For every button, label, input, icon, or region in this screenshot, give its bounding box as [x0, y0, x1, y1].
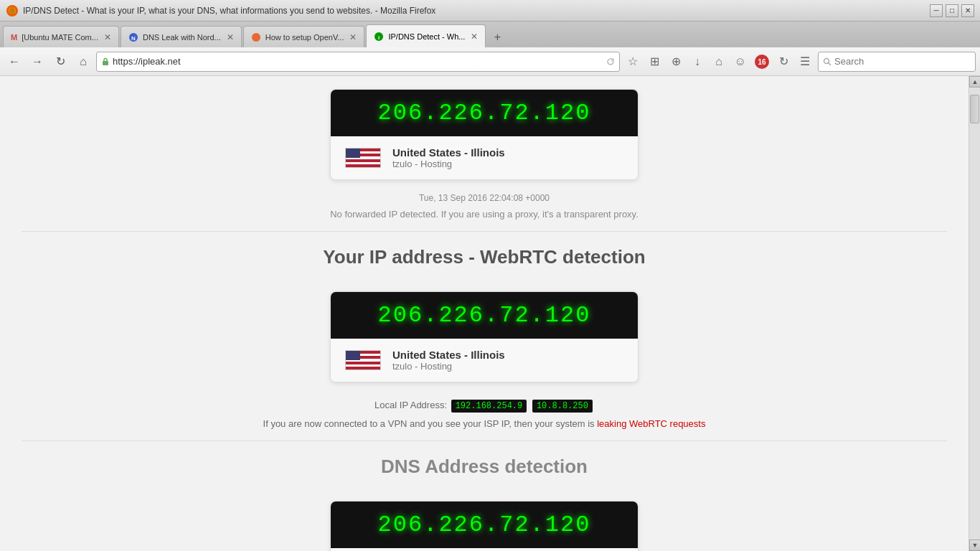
svg-text:16: 16: [758, 58, 766, 66]
dns-ip-display: 206.226.72.120: [331, 501, 638, 548]
search-icon: [823, 57, 831, 66]
local-ip-1: 192.168.254.9: [451, 400, 527, 413]
svg-point-10: [824, 58, 829, 63]
reading-list-icon[interactable]: ⊞: [644, 52, 664, 72]
dns-section: DNS Address detection 206.226.72.120: [0, 456, 969, 551]
webrtc-country: United States - Illinois: [392, 349, 623, 361]
menu-icon[interactable]: ☰: [795, 52, 815, 72]
search-input[interactable]: [834, 56, 971, 67]
webrtc-heading: Your IP address - WebRTC detection: [0, 246, 969, 268]
forward-button[interactable]: →: [27, 52, 47, 72]
tab-nordvpn-label: DNS Leak with Nord...: [143, 33, 221, 42]
webrtc-leak-link[interactable]: leaking WebRTC requests: [597, 418, 705, 429]
pocket-icon[interactable]: ⊕: [666, 52, 686, 72]
vpn-warning: If you are now connected to a VPN and yo…: [0, 418, 969, 429]
home-button[interactable]: ⌂: [73, 52, 93, 72]
refresh-small-icon: [606, 57, 615, 66]
reload-button[interactable]: ↻: [50, 52, 70, 72]
window-controls[interactable]: ─ □ ✕: [930, 4, 974, 17]
tab-ipleak-label: IP/DNS Detect - Wh...: [388, 32, 465, 41]
tab-bar: M [Ubuntu MATE Com... ✕ N DNS Leak with …: [0, 22, 980, 47]
local-ip-line: Local IP Address: 192.168.254.9 10.8.8.2…: [0, 400, 969, 413]
download-icon[interactable]: ↓: [687, 52, 707, 72]
navigation-bar: ← → ↻ ⌂ ☆ ⊞ ⊕ ↓ ⌂ ☺ 16 ↻ ☰: [0, 47, 980, 76]
scrollbar[interactable]: ▲ ▼: [969, 76, 980, 551]
top-ip-section: 206.226.72.120: [0, 76, 969, 187]
top-ip-address: 206.226.72.120: [345, 100, 623, 126]
svg-line-11: [829, 62, 831, 65]
new-tab-button[interactable]: +: [487, 27, 507, 47]
divider-1: [22, 231, 947, 232]
webrtc-ip-address: 206.226.72.120: [345, 302, 623, 329]
close-button[interactable]: ✕: [961, 4, 974, 17]
tab-openvpn[interactable]: How to setup OpenV... ✕: [243, 26, 365, 47]
title-bar: IP/DNS Detect - What is your IP, what is…: [0, 0, 980, 22]
top-flag: [345, 148, 381, 168]
tab-gmail[interactable]: M [Ubuntu MATE Com... ✕: [3, 26, 119, 47]
top-isp: tzulo - Hosting: [392, 159, 623, 169]
dns-ip-card: 206.226.72.120: [330, 501, 639, 551]
firefox-icon: [6, 4, 19, 17]
tab-gmail-label: [Ubuntu MATE Com...: [22, 33, 98, 42]
svg-point-4: [252, 33, 260, 42]
nordvpn-tab-icon: N: [128, 32, 138, 42]
dns-ip-address: 206.226.72.120: [345, 512, 623, 538]
no-forward-message: No forwarded IP detected. If you are usi…: [0, 209, 969, 220]
content-area: 206.226.72.120: [0, 76, 969, 551]
smiley-icon[interactable]: ☺: [730, 52, 750, 72]
divider-2: [22, 441, 947, 441]
tab-nordvpn[interactable]: N DNS Leak with Nord... ✕: [121, 26, 242, 47]
top-ip-info: United States - Illinois tzulo - Hosting: [331, 136, 638, 179]
maximize-button[interactable]: □: [946, 4, 958, 17]
url-input[interactable]: [113, 56, 603, 67]
scrollbar-track[interactable]: [969, 88, 980, 540]
dns-ip-info: United States - Illinois: [331, 548, 638, 551]
webrtc-location-info: United States - Illinois tzulo - Hosting: [392, 349, 623, 372]
scroll-down-button[interactable]: ▼: [969, 540, 980, 551]
home-nav-icon[interactable]: ⌂: [709, 52, 729, 72]
top-country: United States - Illinois: [392, 146, 623, 159]
address-bar[interactable]: [96, 52, 620, 72]
search-bar[interactable]: [818, 52, 976, 72]
top-ip-display: 206.226.72.120: [331, 90, 638, 136]
minimize-button[interactable]: ─: [930, 4, 943, 17]
svg-text:i: i: [378, 34, 380, 41]
lock-icon: [101, 57, 110, 66]
ipleak-tab-icon: i: [374, 32, 384, 42]
browser-body: 206.226.72.120: [0, 76, 980, 551]
scrollbar-thumb[interactable]: [970, 95, 979, 123]
local-ip-2: 10.8.8.250: [532, 400, 593, 413]
avatar-icon[interactable]: 16: [752, 52, 772, 72]
openvpn-tab-icon: [251, 32, 261, 42]
webrtc-ip-section: 206.226.72.120: [0, 280, 969, 394]
tab-ipleak-close[interactable]: ✕: [471, 32, 478, 42]
dns-heading: DNS Address detection: [0, 456, 969, 478]
webrtc-ip-info: United States - Illinois tzulo - Hosting: [331, 339, 638, 382]
vpn-warning-text: If you are now connected to a VPN and yo…: [263, 418, 595, 429]
webrtc-ip-display: 206.226.72.120: [331, 292, 638, 339]
tab-nordvpn-close[interactable]: ✕: [227, 32, 234, 42]
webrtc-flag: [345, 350, 381, 370]
tab-openvpn-label: How to setup OpenV...: [265, 33, 344, 42]
svg-text:N: N: [131, 35, 136, 42]
tab-ipleak[interactable]: i IP/DNS Detect - Wh... ✕: [366, 24, 486, 47]
page-content: 206.226.72.120: [0, 76, 969, 551]
toolbar-icons: ☆ ⊞ ⊕ ↓ ⌂ ☺ 16 ↻ ☰: [623, 52, 815, 72]
webrtc-isp: tzulo - Hosting: [392, 361, 623, 372]
window-title: IP/DNS Detect - What is your IP, what is…: [23, 6, 435, 16]
gmail-tab-icon: M: [11, 33, 17, 42]
top-location-info: United States - Illinois tzulo - Hosting: [392, 146, 623, 169]
star-icon[interactable]: ☆: [623, 52, 643, 72]
webrtc-ip-card: 206.226.72.120: [330, 291, 639, 382]
back-button[interactable]: ←: [4, 52, 24, 72]
tab-openvpn-close[interactable]: ✕: [349, 32, 357, 42]
webrtc-section: Your IP address - WebRTC detection 206.2…: [0, 246, 969, 429]
local-ip-label: Local IP Address:: [374, 400, 447, 410]
scroll-up-button[interactable]: ▲: [969, 76, 980, 88]
sync-icon[interactable]: ↻: [773, 52, 793, 72]
top-ip-card: 206.226.72.120: [330, 89, 639, 180]
timestamp: Tue, 13 Sep 2016 22:04:08 +0000: [0, 193, 969, 203]
tab-gmail-close[interactable]: ✕: [104, 32, 111, 42]
svg-rect-7: [103, 61, 108, 65]
title-bar-left: IP/DNS Detect - What is your IP, what is…: [6, 4, 435, 17]
